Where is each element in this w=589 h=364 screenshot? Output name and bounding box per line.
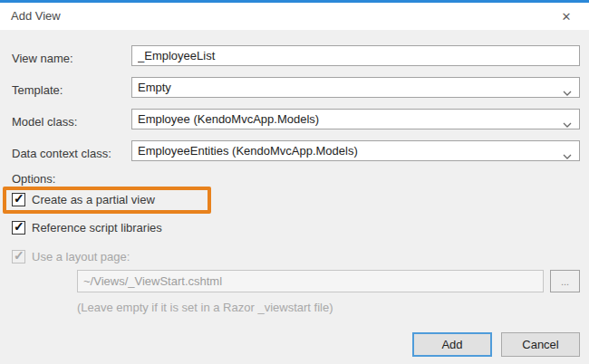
view-name-input[interactable] <box>131 45 580 66</box>
create-partial-view-label: Create as a partial view <box>32 193 155 206</box>
layout-page-path-input <box>77 270 544 292</box>
layout-page-hint: (Leave empty if it is set in a Razor _vi… <box>77 301 333 314</box>
template-selected-value: Empty <box>138 81 171 94</box>
checkbox-checked-disabled-icon <box>12 250 25 263</box>
add-button[interactable]: Add <box>412 332 492 357</box>
use-layout-page-label: Use a layout page: <box>32 250 130 263</box>
cancel-button-label: Cancel <box>522 338 558 351</box>
add-button-label: Add <box>441 338 462 351</box>
reference-script-libraries-label: Reference script libraries <box>32 221 162 235</box>
use-layout-page-checkbox: Use a layout page: <box>12 250 130 263</box>
add-view-dialog: Add View View name: Template: Empty Mode… <box>0 0 589 364</box>
model-class-dropdown[interactable]: Employee (KendoMvcApp.Models) <box>131 109 580 129</box>
chevron-down-icon <box>563 85 572 99</box>
dialog-title: Add View <box>11 9 61 23</box>
create-partial-view-checkbox[interactable]: Create as a partial view <box>12 193 155 206</box>
template-dropdown[interactable]: Empty <box>131 77 580 98</box>
browse-button: ... <box>550 270 580 292</box>
chevron-down-icon <box>563 117 572 130</box>
reference-script-libraries-checkbox[interactable]: Reference script libraries <box>12 221 162 235</box>
template-label: Template: <box>12 83 63 97</box>
checkbox-checked-icon <box>12 193 25 206</box>
model-class-label: Model class: <box>12 115 77 129</box>
data-context-selected-value: EmployeeEntities (KendoMvcApp.Models) <box>138 144 358 158</box>
data-context-class-dropdown[interactable]: EmployeeEntities (KendoMvcApp.Models) <box>131 140 580 161</box>
view-name-label: View name: <box>12 52 73 65</box>
chevron-down-icon <box>563 148 572 162</box>
titlebar: Add View <box>0 0 589 30</box>
data-context-class-label: Data context class: <box>12 147 111 160</box>
model-class-selected-value: Employee (KendoMvcApp.Models) <box>138 112 319 126</box>
close-icon[interactable] <box>551 3 582 30</box>
options-label: Options: <box>12 172 55 186</box>
cancel-button[interactable]: Cancel <box>501 332 580 357</box>
checkbox-checked-icon <box>12 221 25 235</box>
browse-button-label: ... <box>561 276 569 287</box>
